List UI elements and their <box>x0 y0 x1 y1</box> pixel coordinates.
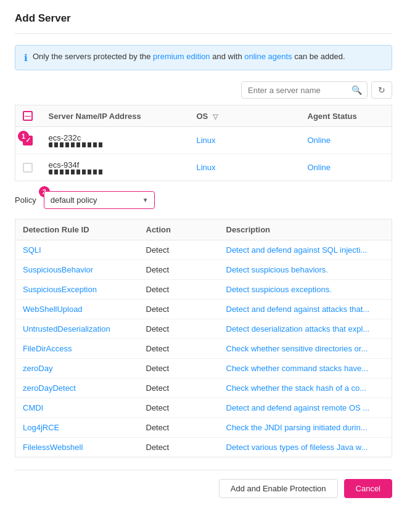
rule-desc: Detect suspicious exceptions. <box>226 285 332 294</box>
server-name: ecs-232c <box>49 133 182 142</box>
rule-action: Detect <box>139 240 219 260</box>
rule-action: Detect <box>139 418 219 438</box>
rule-action: Detect <box>139 260 219 280</box>
server-status: Online <box>308 136 331 145</box>
info-text: Only the servers protected by the premiu… <box>33 52 345 61</box>
premium-link[interactable]: premium edition <box>153 52 210 61</box>
rule-id[interactable]: SuspiciousBehavior <box>23 265 93 274</box>
rule-id[interactable]: SuspiciousException <box>23 285 97 294</box>
rule-desc: Detect and defend against remote OS ... <box>226 403 370 412</box>
table-row: 1 ecs-232c Linux Online <box>15 127 392 154</box>
rule-desc: Check the JNDI parsing initiated durin..… <box>226 423 368 432</box>
col-header-description: Description <box>219 219 392 240</box>
refresh-button[interactable]: ↻ <box>371 81 392 99</box>
rule-action: Detect <box>139 359 219 379</box>
policy-label: Policy <box>15 195 36 205</box>
rule-desc: Detect deserialization attacks that expl… <box>226 324 370 334</box>
server-name-block: ecs-232c <box>49 133 182 147</box>
rule-desc: Check whether command stacks have... <box>226 364 369 373</box>
search-box[interactable]: 🔍 <box>241 81 368 99</box>
list-item: Log4jRCE Detect Check the JNDI parsing i… <box>15 418 392 438</box>
table-row: ecs-934f Linux Online <box>15 154 392 181</box>
rule-action: Detect <box>139 398 219 418</box>
policy-select[interactable]: default policy <box>44 191 155 209</box>
rule-desc: Check whether sensitive directories or..… <box>226 344 368 353</box>
toolbar: 🔍 ↻ <box>15 81 392 99</box>
server-ip-mask <box>49 170 104 174</box>
server-ip-mask <box>49 142 104 147</box>
rules-table: Detection Rule ID Action Description SQL… <box>15 219 392 457</box>
rule-action: Detect <box>139 339 219 359</box>
list-item: SuspiciousBehavior Detect Detect suspici… <box>15 260 392 280</box>
list-item: zeroDay Detect Check whether command sta… <box>15 359 392 379</box>
rule-id[interactable]: Log4jRCE <box>23 423 59 432</box>
dialog-title: Add Server <box>15 12 392 34</box>
search-button[interactable]: 🔍 <box>347 82 367 98</box>
rule-id[interactable]: WebShellUpload <box>23 305 83 314</box>
search-input[interactable] <box>242 83 347 98</box>
list-item: zeroDayDetect Detect Check whether the s… <box>15 379 392 398</box>
step-badge-1: 1 <box>18 131 29 142</box>
server-status: Online <box>308 163 331 172</box>
list-item: SuspiciousException Detect Detect suspic… <box>15 280 392 300</box>
rule-id[interactable]: FileDirAccess <box>23 344 72 353</box>
rule-desc: Detect suspicious behaviors. <box>226 265 328 274</box>
rule-id[interactable]: zeroDay <box>23 364 52 373</box>
col-header-os: OS ▽ <box>189 105 300 127</box>
rule-desc: Detect various types of fileless Java w.… <box>226 443 368 452</box>
list-item: FilelessWebshell Detect Detect various t… <box>15 438 392 457</box>
filter-icon[interactable]: ▽ <box>213 113 218 120</box>
rule-id[interactable]: SQLI <box>23 245 41 255</box>
footer-row: Add and Enable Protection Cancel <box>15 470 392 498</box>
rule-id[interactable]: CMDI <box>23 403 43 412</box>
rule-desc: Check whether the stack hash of a co... <box>226 383 367 393</box>
server-os: Linux <box>197 136 216 145</box>
info-banner: ℹ Only the servers protected by the prem… <box>15 45 392 70</box>
rule-id[interactable]: FilelessWebshell <box>23 443 83 452</box>
rule-desc: Detect and defend against attacks that..… <box>226 305 370 314</box>
list-item: UntrustedDeserialization Detect Detect d… <box>15 319 392 339</box>
server-name: ecs-934f <box>49 160 182 170</box>
online-agents-link[interactable]: online agents <box>244 52 292 61</box>
rule-id[interactable]: zeroDayDetect <box>23 383 76 393</box>
rule-desc: Detect and defend against SQL injecti... <box>226 245 368 255</box>
list-item: CMDI Detect Detect and defend against re… <box>15 398 392 418</box>
server-name-block: ecs-934f <box>49 160 182 174</box>
col-header-name: Server Name/IP Address <box>41 105 189 127</box>
rule-action: Detect <box>139 438 219 457</box>
info-icon: ℹ <box>24 52 28 63</box>
rule-id[interactable]: UntrustedDeserialization <box>23 324 110 334</box>
rule-action: Detect <box>139 379 219 398</box>
col-header-rule-id: Detection Rule ID <box>15 219 139 240</box>
header-checkbox[interactable] <box>23 111 33 121</box>
list-item: FileDirAccess Detect Check whether sensi… <box>15 339 392 359</box>
row2-checkbox[interactable] <box>23 163 33 173</box>
col-header-status: Agent Status <box>300 105 392 127</box>
list-item: WebShellUpload Detect Detect and defend … <box>15 300 392 319</box>
policy-row: Policy 2 default policy <box>15 191 392 209</box>
cancel-button[interactable]: Cancel <box>344 479 392 498</box>
list-item: SQLI Detect Detect and defend against SQ… <box>15 240 392 260</box>
server-table: Server Name/IP Address OS ▽ Agent Status… <box>15 105 392 181</box>
col-header-action: Action <box>139 219 219 240</box>
add-enable-button[interactable]: Add and Enable Protection <box>219 479 338 498</box>
server-os: Linux <box>197 163 216 172</box>
rule-action: Detect <box>139 319 219 339</box>
rule-action: Detect <box>139 300 219 319</box>
rule-action: Detect <box>139 280 219 300</box>
